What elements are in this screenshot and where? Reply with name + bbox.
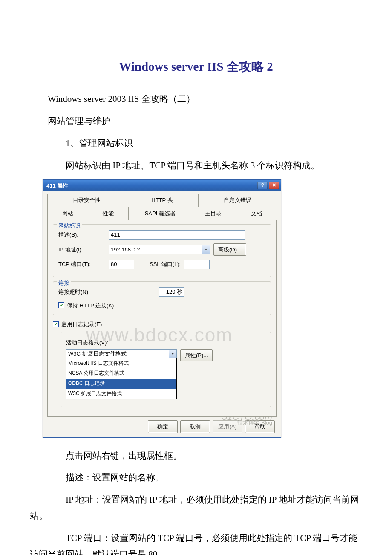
checkbox-label: 启用日志记录(E): [61, 319, 102, 329]
paragraph: 网站标识由 IP 地址、TCP 端口号和主机头名称 3 个标识符构成。: [30, 158, 362, 174]
tab-performance[interactable]: 性能: [88, 207, 129, 220]
apply-button[interactable]: 应用(A): [213, 420, 242, 433]
help-button[interactable]: 帮助: [245, 420, 275, 433]
log-format-option[interactable]: Microsoft IIS 日志文件格式: [66, 358, 176, 369]
log-format-select[interactable]: [66, 349, 169, 358]
checkbox-icon: ✔: [58, 302, 64, 308]
tab-home-directory[interactable]: 主目录: [190, 207, 236, 220]
tcp-port-label: TCP 端口(T):: [58, 259, 105, 269]
group-legend: 网站标识: [57, 221, 82, 231]
log-format-label: 活动日志格式(V):: [66, 338, 108, 347]
dialog-title: 411 属性: [46, 181, 68, 191]
tab-website[interactable]: 网站: [47, 207, 88, 220]
ssl-port-input[interactable]: [184, 260, 210, 269]
page-title: Windows server IIS 全攻略 2: [30, 55, 362, 78]
log-format-options: Microsoft IIS 日志文件格式 NCSA 公用日志文件格式 ODBC …: [66, 358, 177, 399]
ip-address-input[interactable]: [109, 245, 202, 254]
properties-dialog: 411 属性 ? ✕ 目录安全性 HTTP 头 自定义错误 网站 性能 ISAP…: [43, 179, 281, 437]
tab-custom-errors[interactable]: 自定义错误: [198, 194, 277, 207]
paragraph: TCP 端口：设置网站的 TCP 端口号，必须使用此处指定的 TCP 端口号才能…: [30, 530, 362, 555]
site-identification-group: 网站标识 描述(S): IP 地址(I): ▾ 高级(D)...: [53, 224, 271, 277]
ok-button[interactable]: 确定: [148, 420, 178, 433]
paragraph: 1、管理网站标识: [30, 136, 362, 152]
description-input[interactable]: [109, 230, 245, 240]
cancel-button[interactable]: 取消: [180, 420, 210, 433]
log-properties-button[interactable]: 属性(P)...: [180, 349, 213, 361]
connection-timeout-input[interactable]: [159, 287, 184, 297]
description-label: 描述(S):: [58, 230, 105, 240]
tab-directory-security[interactable]: 目录安全性: [47, 194, 126, 207]
log-format-option[interactable]: ODBC 日志记录: [66, 379, 176, 389]
tab-documents[interactable]: 文档: [236, 207, 277, 220]
paragraph: 网站管理与维护: [30, 113, 362, 130]
log-format-option[interactable]: W3C 扩展日志文件格式: [66, 389, 176, 399]
group-legend: 连接: [57, 278, 71, 288]
logging-group: 活动日志格式(V): ▾ Microsoft IIS 日志文件格式 NCSA 公…: [61, 332, 271, 408]
paragraph: Windows server 2003 IIS 全攻略（二）: [30, 91, 362, 107]
chevron-down-icon[interactable]: ▾: [169, 349, 177, 358]
log-format-option[interactable]: NCSA 公用日志文件格式: [66, 368, 176, 379]
help-icon[interactable]: ?: [257, 182, 268, 189]
tab-isapi-filters[interactable]: ISAPI 筛选器: [128, 207, 190, 220]
ip-address-label: IP 地址(I):: [58, 245, 105, 254]
close-icon[interactable]: ✕: [269, 182, 279, 189]
connection-group: 连接 连接超时(N): ✔ 保持 HTTP 连接(K): [53, 281, 271, 315]
tab-http-headers[interactable]: HTTP 头: [126, 194, 199, 207]
checkbox-label: 保持 HTTP 连接(K): [67, 301, 114, 310]
checkbox-icon: ✔: [53, 321, 59, 327]
paragraph: IP 地址：设置网站的 IP 地址，必须使用此处指定的 IP 地址才能访问当前网…: [30, 492, 362, 524]
chevron-down-icon[interactable]: ▾: [202, 245, 210, 254]
titlebar: 411 属性 ? ✕: [43, 180, 281, 191]
paragraph: 点击网站右键，出现属性框。: [30, 448, 362, 464]
tcp-port-input[interactable]: [109, 260, 134, 269]
ssl-port-label: SSL 端口(L):: [150, 259, 181, 269]
keep-http-checkbox[interactable]: ✔ 保持 HTTP 连接(K): [58, 301, 265, 310]
connection-timeout-label: 连接超时(N):: [58, 287, 105, 297]
advanced-button[interactable]: 高级(D)...: [213, 243, 246, 256]
enable-logging-checkbox[interactable]: ✔ 启用日志记录(E): [53, 319, 271, 329]
paragraph: 描述：设置网站的名称。: [30, 470, 362, 486]
